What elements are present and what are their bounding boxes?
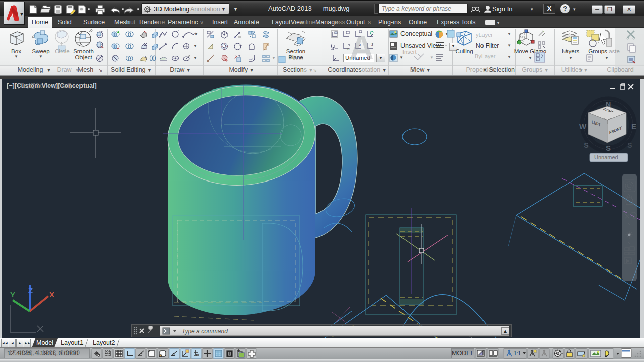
svg-text:Unnamed: Unnamed (594, 154, 618, 160)
svg-text:S: S (606, 144, 611, 152)
svg-text:X: X (49, 290, 54, 299)
svg-text:1:1: 1:1 (514, 351, 521, 356)
svg-text:Y: Y (10, 290, 15, 299)
svg-text:Z: Z (28, 286, 33, 295)
svg-text:S: S (627, 141, 632, 149)
svg-text:W: W (579, 122, 587, 131)
svg-text:S: S (584, 141, 588, 149)
svg-text:E: E (631, 122, 636, 131)
